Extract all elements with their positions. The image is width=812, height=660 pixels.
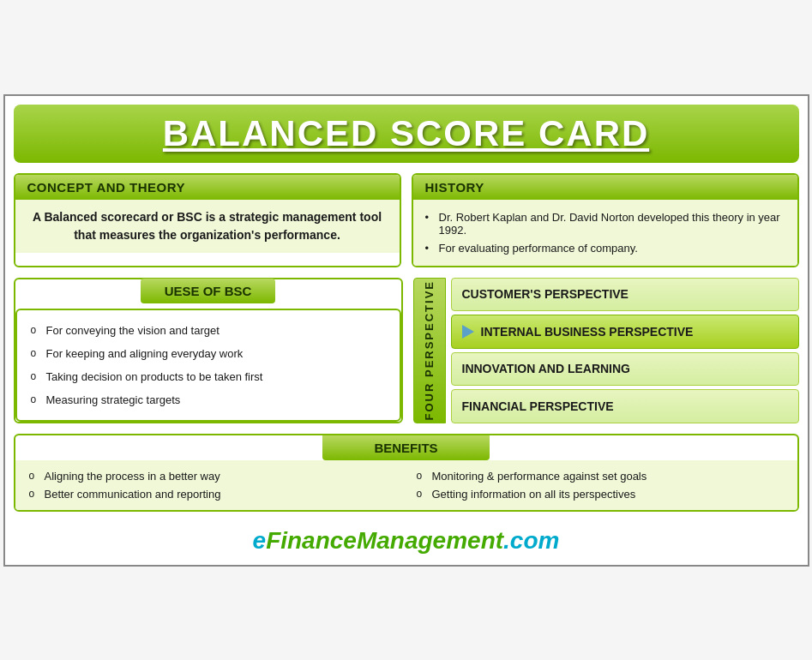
history-list-item: Dr. Robert Kaplan and Dr. David Norton d… xyxy=(425,208,785,239)
middle-row: UESE OF BSC For conveying the vision and… xyxy=(14,278,799,423)
footer-com: .com xyxy=(503,527,559,554)
fp-item: INTERNAL BUSINESS PERSPECTIVE xyxy=(451,315,799,349)
benefit-right-item: Monitoring & performance against set goa… xyxy=(415,467,785,485)
uses-list-item: Measuring strategic targets xyxy=(29,388,388,411)
fp-items-col: CUSTOMER'S PERSPECTIVEINTERNAL BUSINESS … xyxy=(446,278,799,423)
fp-label: FOUR PERSPECTIVE xyxy=(423,280,436,420)
benefits-header-wrapper: BENEFITS xyxy=(15,435,797,460)
footer-finance: Finance xyxy=(266,527,357,554)
benefits-right-list: Monitoring & performance against set goa… xyxy=(415,467,785,503)
uses-header-wrapper: UESE OF BSC xyxy=(15,279,401,303)
footer-management: Management xyxy=(357,527,503,554)
uses-list-item: For conveying the vision and target xyxy=(29,319,388,342)
main-title: BALANCED SCORE CARD xyxy=(31,113,782,154)
uses-header: UESE OF BSC xyxy=(141,279,276,303)
benefits-section: BENEFITS Aligning the process in a bette… xyxy=(14,434,799,512)
benefits-left-list: Aligning the process in a better wayBett… xyxy=(27,467,398,503)
main-container: BALANCED SCORE CARD CONCEPT AND THEORY A… xyxy=(3,94,809,567)
top-row: CONCEPT AND THEORY A Balanced scorecard … xyxy=(14,173,799,267)
benefits-right-col: Monitoring & performance against set goa… xyxy=(415,467,785,503)
four-perspective-box: FOUR PERSPECTIVE CUSTOMER'S PERSPECTIVEI… xyxy=(413,278,799,423)
history-content: Dr. Robert Kaplan and Dr. David Norton d… xyxy=(413,200,797,266)
benefits-content: Aligning the process in a better wayBett… xyxy=(15,460,797,510)
history-list: Dr. Robert Kaplan and Dr. David Norton d… xyxy=(425,208,785,257)
fp-item: CUSTOMER'S PERSPECTIVE xyxy=(451,278,799,312)
concept-header: CONCEPT AND THEORY xyxy=(15,175,400,200)
fp-label-col: FOUR PERSPECTIVE xyxy=(413,278,446,423)
footer: eFinanceManagement.com xyxy=(14,522,799,556)
history-list-item: For evaluating performance of company. xyxy=(425,239,785,257)
uses-list: For conveying the vision and targetFor k… xyxy=(29,319,388,411)
benefit-left-item: Aligning the process in a better way xyxy=(27,467,398,485)
fp-item: FINANCIAL PERSPECTIVE xyxy=(451,389,799,423)
fp-item: INNOVATION AND LEARNING xyxy=(451,352,799,387)
footer-e: e xyxy=(253,527,267,554)
concept-content: A Balanced scorecard or BSC is a strateg… xyxy=(15,200,400,253)
footer-brand: eFinanceManagement.com xyxy=(253,527,560,554)
uses-list-item: For keeping and aligning everyday work xyxy=(29,342,388,365)
benefit-right-item: Getting information on all its perspecti… xyxy=(415,485,785,503)
concept-text: A Balanced scorecard or BSC is a strateg… xyxy=(27,208,388,244)
uses-content: For conveying the vision and targetFor k… xyxy=(15,309,401,422)
uses-list-item: Taking decision on products to be taken … xyxy=(29,365,388,388)
uses-box: UESE OF BSC For conveying the vision and… xyxy=(14,278,403,423)
concept-box: CONCEPT AND THEORY A Balanced scorecard … xyxy=(14,173,401,267)
title-bar: BALANCED SCORE CARD xyxy=(14,105,799,163)
history-box: HISTORY Dr. Robert Kaplan and Dr. David … xyxy=(412,173,799,267)
benefits-left-col: Aligning the process in a better wayBett… xyxy=(27,467,398,503)
benefits-header: BENEFITS xyxy=(322,435,489,460)
history-header: HISTORY xyxy=(413,175,797,200)
benefit-left-item: Better communication and reporting xyxy=(27,485,398,503)
